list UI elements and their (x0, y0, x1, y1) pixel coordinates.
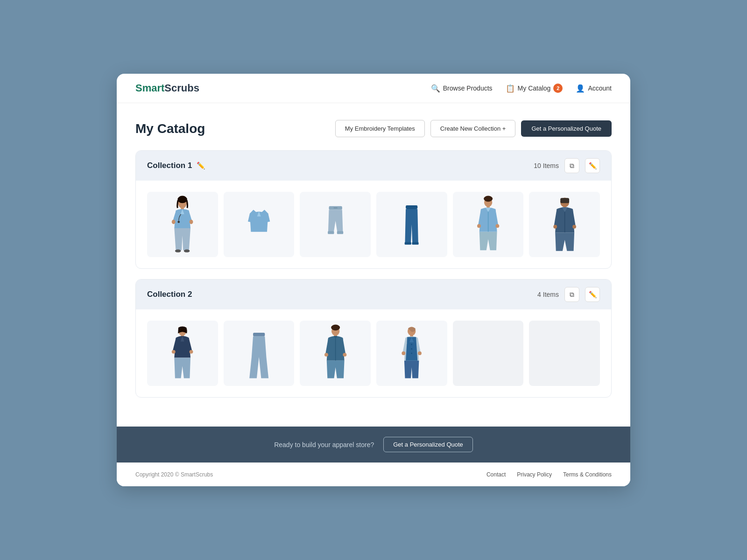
svg-rect-14 (412, 242, 419, 245)
product-item-c1p3[interactable] (300, 192, 371, 257)
account-label: Account (588, 84, 612, 92)
svg-point-42 (411, 348, 412, 350)
duplicate-icon: ⧉ (570, 162, 574, 170)
svg-rect-9 (328, 231, 334, 234)
collection-card-1: Collection 1 ✏️ 10 Items ⧉ ✏️ (135, 150, 612, 269)
svg-rect-13 (405, 242, 411, 245)
collection-1-body (136, 181, 611, 268)
footer-cta-quote-button[interactable]: Get a Personalized Quote (383, 437, 473, 452)
footer-terms-link[interactable]: Terms & Conditions (563, 471, 612, 478)
product-figure-c1p2 (224, 192, 295, 257)
logo-smart: Smart (135, 82, 164, 94)
product-item-c2p4[interactable] (376, 321, 447, 386)
logo[interactable]: SmartScrubs (135, 82, 199, 94)
product-figure-c2p4 (376, 321, 447, 386)
product-item-c2p1[interactable] (147, 321, 218, 386)
svg-rect-31 (253, 333, 265, 336)
collection-1-edit-inline-icon[interactable]: ✏️ (197, 161, 205, 170)
collection-1-header: Collection 1 ✏️ 10 Items ⧉ ✏️ (136, 151, 611, 181)
main-content: My Catalog My Embroidery Templates Creat… (117, 103, 630, 427)
header: SmartScrubs 🔍 Browse Products 📋 My Catal… (117, 74, 630, 103)
product-figure-c1p1 (147, 192, 218, 257)
product-item-c2p5 (453, 321, 524, 386)
svg-point-1 (178, 196, 187, 203)
product-figure-c2p5 (453, 321, 524, 386)
footer: Copyright 2020 © SmartScrubs Contact Pri… (117, 462, 630, 486)
search-icon: 🔍 (431, 84, 440, 93)
collection-2-item-count: 4 Items (537, 291, 559, 298)
svg-rect-10 (337, 231, 343, 234)
product-figure-c1p3 (300, 192, 371, 257)
svg-point-38 (343, 353, 346, 357)
product-figure-c1p4 (376, 192, 447, 257)
svg-point-16 (484, 196, 493, 202)
product-item-c1p5[interactable] (453, 192, 524, 257)
svg-point-37 (324, 353, 328, 357)
footer-contact-link[interactable]: Contact (486, 471, 506, 478)
collection-1-edit-button[interactable]: ✏️ (585, 158, 600, 173)
account-link[interactable]: 👤 Account (576, 84, 612, 93)
collection-1-title-wrap: Collection 1 ✏️ (147, 161, 205, 170)
svg-rect-22 (560, 198, 569, 203)
footer-copyright: Copyright 2020 © SmartScrubs (135, 471, 213, 478)
product-item-c2p6 (529, 321, 600, 386)
collection-2-body (136, 309, 611, 397)
product-figure-c1p5 (453, 192, 524, 257)
collection-2-duplicate-button[interactable]: ⧉ (564, 287, 579, 302)
svg-point-41 (411, 344, 412, 345)
svg-point-45 (418, 351, 422, 355)
collection-2-header: Collection 2 4 Items ⧉ ✏️ (136, 280, 611, 309)
page-title: My Catalog (135, 121, 205, 136)
svg-point-5 (175, 250, 181, 252)
collection-2-title: Collection 2 (147, 290, 192, 299)
footer-cta-text: Ready to build your apparel store? (274, 441, 374, 448)
product-item-c1p2[interactable] (224, 192, 295, 257)
collection-2-title-wrap: Collection 2 (147, 290, 192, 299)
browse-products-link[interactable]: 🔍 Browse Products (431, 84, 493, 93)
create-new-collection-button[interactable]: Create New Collection + (430, 120, 516, 137)
collection-2-meta: 4 Items ⧉ ✏️ (537, 287, 600, 302)
footer-links: Contact Privacy Policy Terms & Condition… (486, 471, 612, 478)
product-figure-c2p3 (300, 321, 371, 386)
svg-point-33 (331, 325, 340, 331)
header-nav: 🔍 Browse Products 📋 My Catalog 2 👤 Accou… (431, 84, 612, 93)
svg-point-29 (172, 350, 176, 354)
my-catalog-link[interactable]: 📋 My Catalog 2 (506, 84, 563, 93)
product-item-c2p2[interactable] (224, 321, 295, 386)
product-figure-c2p1 (147, 321, 218, 386)
browse-products-label: Browse Products (443, 84, 493, 92)
svg-point-19 (477, 224, 481, 228)
collection-1-title: Collection 1 (147, 161, 192, 170)
svg-point-3 (172, 220, 176, 224)
collection-2-edit-button[interactable]: ✏️ (585, 287, 600, 302)
product-item-c1p4[interactable] (376, 192, 447, 257)
product-figure-c2p2 (224, 321, 295, 386)
page-actions: My Embroidery Templates Create New Colle… (335, 120, 612, 137)
product-figure-c2p6 (529, 321, 600, 386)
svg-point-30 (190, 350, 193, 354)
svg-point-6 (184, 250, 190, 252)
collection-card-2: Collection 2 4 Items ⧉ ✏️ (135, 279, 612, 398)
svg-point-44 (402, 351, 406, 355)
edit-icon: ✏️ (589, 162, 597, 169)
my-catalog-label: My Catalog (518, 84, 551, 92)
embroidery-templates-button[interactable]: My Embroidery Templates (335, 120, 425, 137)
svg-point-4 (190, 220, 193, 224)
catalog-icon: 📋 (506, 84, 515, 93)
app-window: SmartScrubs 🔍 Browse Products 📋 My Catal… (117, 74, 630, 486)
footer-cta: Ready to build your apparel store? Get a… (117, 427, 630, 462)
edit-icon-2: ✏️ (589, 291, 597, 298)
product-item-c2p3[interactable] (300, 321, 371, 386)
svg-point-43 (411, 352, 412, 354)
svg-point-26 (572, 225, 576, 229)
catalog-badge: 2 (553, 84, 563, 93)
svg-point-25 (553, 225, 557, 229)
get-personalized-quote-button[interactable]: Get a Personalized Quote (521, 120, 612, 137)
product-item-c1p1[interactable] (147, 192, 218, 257)
product-item-c1p6[interactable] (529, 192, 600, 257)
page-header: My Catalog My Embroidery Templates Creat… (135, 120, 612, 137)
footer-privacy-link[interactable]: Privacy Policy (517, 471, 552, 478)
duplicate-icon-2: ⧉ (570, 291, 574, 299)
collection-1-meta: 10 Items ⧉ ✏️ (534, 158, 600, 173)
collection-1-duplicate-button[interactable]: ⧉ (564, 158, 579, 173)
